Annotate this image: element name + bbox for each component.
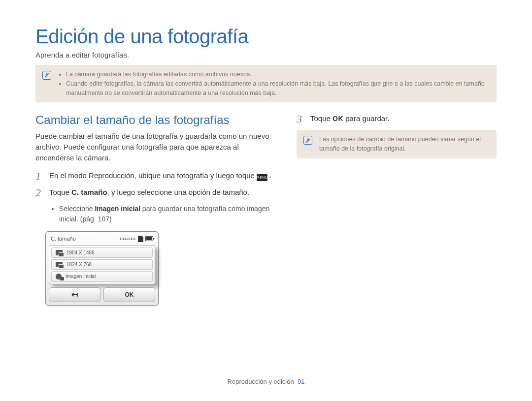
manual-page: Edición de una fotografía Aprenda a edit…: [0, 0, 532, 401]
intro-text: Aprenda a editar fotografías.: [35, 51, 497, 59]
step-body: En el modo Reproducción, ubique una foto…: [49, 170, 271, 182]
back-arrow-icon: ↤: [71, 290, 78, 299]
size-options-panel: 1984 X 1488 1024 X 768 Imagen inicial: [49, 245, 155, 284]
menu-icon: MENU: [257, 174, 267, 181]
note-box-top: La cámara guardará las fotografías edita…: [35, 65, 497, 102]
note-item: Cuando edite fotografías, la cámara las …: [66, 79, 489, 98]
sd-card-icon: [138, 236, 143, 242]
page-number: 91: [298, 378, 304, 385]
battery-icon: [145, 236, 153, 241]
section-title: Cambiar el tamaño de las fotografías: [35, 113, 277, 127]
note-box-right: Las opciones de cambio de tamaño pueden …: [297, 130, 497, 158]
page-title: Edición de una fotografía: [35, 26, 497, 48]
note-icon: [42, 71, 51, 80]
size-option[interactable]: 1024 X 768: [51, 259, 153, 270]
section-body: Puede cambiar el tamaño de una fotografí…: [35, 131, 277, 163]
startup-image-icon: [56, 274, 62, 279]
screenshot-title: C. tamaño: [51, 236, 76, 242]
note-text: Las opciones de cambio de tamaño pueden …: [319, 135, 489, 154]
left-column: Cambiar el tamaño de las fotografías Pue…: [35, 113, 277, 306]
size-option[interactable]: 1984 X 1488: [51, 247, 153, 258]
sub-bullet-item: Seleccione Imagen inicial para guardar u…: [59, 204, 277, 224]
step-body: Toque OK para guardar.: [310, 113, 389, 125]
right-column: 3 Toque OK para guardar. Las opciones de…: [297, 113, 497, 306]
step-number: 1: [35, 170, 44, 182]
step-number: 3: [297, 113, 305, 125]
step-body: Toque C. tamaño, y luego seleccione una …: [49, 187, 249, 199]
resize-icon: [56, 250, 63, 255]
step-2: 2 Toque C. tamaño, y luego seleccione un…: [35, 187, 277, 199]
note-item: La cámara guardará las fotografías edita…: [66, 70, 489, 79]
camera-screenshot: C. tamaño 100-0001 1984 X 1488 1024 X 7: [45, 231, 159, 306]
screenshot-header: C. tamaño 100-0001: [49, 235, 155, 245]
step-1: 1 En el modo Reproducción, ubique una fo…: [35, 170, 277, 182]
size-option[interactable]: Imagen inicial: [51, 271, 153, 282]
ok-inline-icon: OK: [332, 115, 343, 123]
back-button[interactable]: ↤: [49, 287, 100, 302]
note-list: La cámara guardará las fotografías edita…: [58, 70, 489, 97]
page-footer: Reproducción y edición 91: [0, 378, 532, 385]
step-3: 3 Toque OK para guardar.: [297, 113, 497, 125]
sub-bullet: Seleccione Imagen inicial para guardar u…: [44, 204, 277, 224]
file-counter: 100-0001: [119, 237, 136, 241]
ok-button[interactable]: OK: [103, 287, 155, 302]
step-number: 2: [35, 187, 44, 199]
resize-icon: [56, 262, 63, 267]
note-icon: [303, 136, 312, 145]
